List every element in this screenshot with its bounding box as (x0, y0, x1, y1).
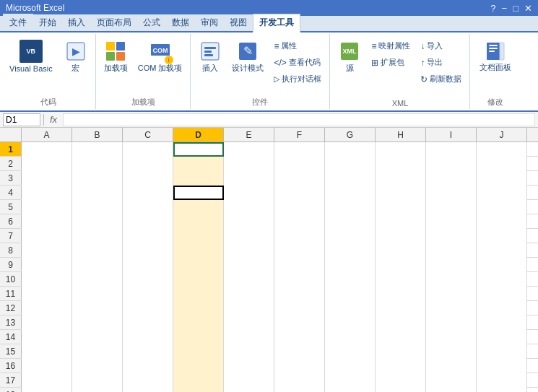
cell-J4[interactable] (477, 186, 527, 200)
tab-page-layout[interactable]: 页面布局 (91, 14, 137, 31)
cell-A13[interactable] (22, 315, 72, 330)
cell-C10[interactable] (123, 272, 173, 287)
cell-E9[interactable] (224, 258, 274, 272)
cell-E11[interactable] (224, 287, 274, 301)
cell-I15[interactable] (426, 344, 477, 359)
cell-B2[interactable] (72, 157, 123, 171)
tab-file[interactable]: 文件 (3, 14, 33, 31)
tab-start[interactable]: 开始 (33, 14, 62, 31)
cell-J3[interactable] (477, 171, 527, 186)
cell-F16[interactable] (274, 359, 325, 373)
cell-F11[interactable] (274, 287, 325, 301)
cell-A7[interactable] (22, 229, 72, 243)
cell-F1[interactable] (274, 142, 325, 157)
cell-B17[interactable] (72, 373, 123, 388)
cell-F3[interactable] (274, 171, 325, 186)
export-button[interactable]: ↑ 导出 (417, 55, 465, 70)
tab-formula[interactable]: 公式 (137, 14, 166, 31)
cell-B9[interactable] (72, 258, 123, 272)
design-mode-button[interactable]: ✎ 设计模式 (228, 37, 267, 77)
cell-I9[interactable] (426, 258, 477, 272)
cell-J18[interactable] (477, 388, 527, 392)
cell-G1[interactable] (325, 142, 376, 157)
name-box[interactable] (3, 113, 40, 126)
cell-F2[interactable] (274, 157, 325, 171)
cell-D7[interactable] (173, 229, 224, 243)
row-num-15[interactable]: 15 (0, 344, 22, 358)
cell-F7[interactable] (274, 229, 325, 243)
col-header-A[interactable]: A (22, 128, 72, 141)
cell-E5[interactable] (224, 200, 274, 214)
cell-J17[interactable] (477, 373, 527, 388)
cell-C17[interactable] (123, 373, 173, 388)
tab-developer[interactable]: 开发工具 (253, 14, 300, 32)
cell-I8[interactable] (426, 243, 477, 258)
cell-F6[interactable] (274, 214, 325, 229)
cell-C8[interactable] (123, 243, 173, 258)
cell-E17[interactable] (224, 373, 274, 388)
cell-E12[interactable] (224, 301, 274, 315)
cell-B8[interactable] (72, 243, 123, 258)
cell-H13[interactable] (376, 315, 426, 330)
cell-C3[interactable] (123, 171, 173, 186)
cell-D13[interactable] (173, 315, 224, 330)
cell-C14[interactable] (123, 330, 173, 344)
cell-D8[interactable] (173, 243, 224, 258)
cell-H5[interactable] (376, 200, 426, 214)
cell-B18[interactable] (72, 388, 123, 392)
row-num-1[interactable]: 1 (0, 142, 22, 156)
cell-E2[interactable] (224, 157, 274, 171)
col-header-G[interactable]: G (325, 128, 376, 141)
cell-E4[interactable] (224, 186, 274, 200)
cell-H15[interactable] (376, 344, 426, 359)
run-dialog-button[interactable]: ▷ 执行对话框 (270, 71, 325, 87)
cell-F15[interactable] (274, 344, 325, 359)
tab-data[interactable]: 数据 (166, 14, 195, 31)
cell-A16[interactable] (22, 359, 72, 373)
row-num-2[interactable]: 2 (0, 157, 22, 170)
cell-C16[interactable] (123, 359, 173, 373)
cell-J12[interactable] (477, 301, 527, 315)
row-num-16[interactable]: 16 (0, 359, 22, 373)
cell-H11[interactable] (376, 287, 426, 301)
restore-button[interactable]: □ (513, 3, 519, 14)
cell-G15[interactable] (325, 344, 376, 359)
cell-I18[interactable] (426, 388, 477, 392)
cell-J11[interactable] (477, 287, 527, 301)
cell-H1[interactable] (376, 142, 426, 157)
cell-A9[interactable] (22, 258, 72, 272)
row-num-10[interactable]: 10 (0, 272, 22, 286)
cell-B14[interactable] (72, 330, 123, 344)
col-header-J[interactable]: J (477, 128, 527, 141)
col-header-F[interactable]: F (274, 128, 325, 141)
cell-I6[interactable] (426, 214, 477, 229)
cell-E18[interactable] (224, 388, 274, 392)
cell-G12[interactable] (325, 301, 376, 315)
cell-J2[interactable] (477, 157, 527, 171)
cell-G16[interactable] (325, 359, 376, 373)
col-header-I[interactable]: I (426, 128, 477, 141)
tab-insert[interactable]: 插入 (62, 14, 91, 31)
cell-B11[interactable] (72, 287, 123, 301)
cell-J9[interactable] (477, 258, 527, 272)
cell-D17[interactable] (173, 373, 224, 388)
view-code-button[interactable]: </> 查看代码 (270, 55, 325, 70)
cell-G2[interactable] (325, 157, 376, 171)
tab-view[interactable]: 视图 (224, 14, 253, 31)
cell-C11[interactable] (123, 287, 173, 301)
cell-D10[interactable] (173, 272, 224, 287)
cell-B1[interactable] (72, 142, 123, 157)
cell-E1[interactable] (224, 142, 274, 157)
cell-H9[interactable] (376, 258, 426, 272)
cell-D5[interactable] (173, 200, 224, 214)
cell-J6[interactable] (477, 214, 527, 229)
cell-H18[interactable] (376, 388, 426, 392)
cell-I3[interactable] (426, 171, 477, 186)
cell-E6[interactable] (224, 214, 274, 229)
cell-A17[interactable] (22, 373, 72, 388)
insert-button[interactable]: 插入 (195, 37, 225, 77)
cell-H3[interactable] (376, 171, 426, 186)
cell-C6[interactable] (123, 214, 173, 229)
cell-H14[interactable] (376, 330, 426, 344)
cell-J14[interactable] (477, 330, 527, 344)
